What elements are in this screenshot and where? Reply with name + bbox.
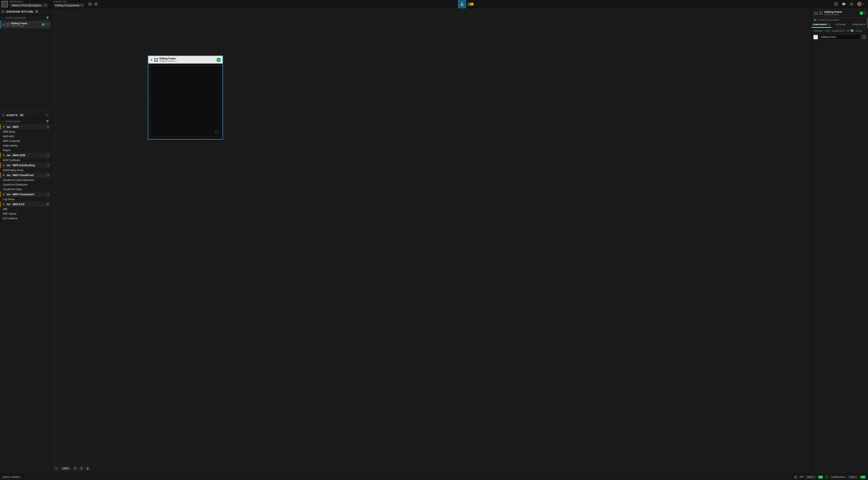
chevron-down-icon[interactable] — [150, 59, 153, 61]
check-icon: ✓ — [215, 130, 219, 134]
kebab-menu-icon[interactable] — [865, 11, 865, 15]
lab-tab[interactable]: 1 — [466, 0, 474, 8]
frame-icon — [819, 11, 823, 15]
right-panel: Editing Frame Generic Frame + 3 minutes … — [811, 8, 868, 474]
svg-point-11 — [463, 5, 463, 6]
outline-item-editing-frame[interactable]: Editing Frame Generic Frame ✓ — [0, 21, 51, 28]
asset-category[interactable]: awsAWS AutoScaling1 — [0, 162, 51, 168]
asset-item[interactable]: CloudFront Origin — [0, 187, 51, 191]
frame-title: Editing Frame — [159, 57, 216, 60]
status-bar: System Initiative Diff Total: 1 +1 ✓ Qua… — [0, 474, 868, 480]
asset-item[interactable]: Region — [0, 148, 51, 153]
frame-icon — [154, 58, 158, 62]
outline-header: DIAGRAM OUTLINE 1 — [0, 8, 51, 15]
asset-item[interactable]: AutoScaling Group — [0, 168, 51, 173]
color-swatch[interactable] — [813, 35, 818, 39]
add-button[interactable]: + — [217, 58, 221, 62]
download-button[interactable] — [85, 466, 90, 471]
asset-item[interactable]: EC2 Instance — [0, 216, 51, 221]
gear-icon[interactable] — [849, 2, 854, 6]
user-menu[interactable] — [857, 2, 865, 6]
tab-actions[interactable]: ACTIONS — [831, 22, 849, 28]
filter-icon[interactable] — [46, 16, 49, 20]
category-count: 1 — [47, 193, 49, 196]
filter-icon[interactable] — [46, 120, 49, 123]
details-header: Editing Frame Generic Frame + — [812, 9, 868, 18]
asset-item[interactable]: EBS Volume — [0, 211, 51, 216]
chevron-down-icon — [2, 154, 5, 156]
qualifications-label[interactable]: Qualifications — [831, 476, 845, 478]
asset-item[interactable]: ACM Certificate — [0, 158, 51, 162]
frame-icon — [6, 23, 10, 26]
assets-header: ASSETS 82 ? — [0, 112, 51, 119]
asset-item[interactable]: CloudFront Cache Behaviour — [0, 178, 51, 182]
canvas[interactable]: Editing Frame Generic Frame: 0 + ✓ − 100… — [51, 8, 811, 474]
diff-label[interactable]: Diff — [800, 476, 803, 478]
subtab-debug[interactable]: Debug — [856, 30, 862, 32]
plus-icon: + — [851, 29, 854, 32]
asset-category[interactable]: awsAWS Cloudwatch1 — [0, 191, 51, 197]
frame-editing-frame[interactable]: Editing Frame Generic Frame: 0 + ✓ — [148, 56, 223, 140]
status-badge — [42, 23, 44, 26]
tab-component[interactable]: COMPONENT ✓ — [811, 22, 831, 28]
component-name-input[interactable] — [819, 34, 860, 39]
discord-icon[interactable] — [842, 2, 846, 6]
component-type-icon — [2, 23, 5, 26]
frame-icon[interactable] — [862, 35, 866, 39]
chevron-down-icon — [44, 4, 46, 6]
details-title: Editing Frame — [825, 10, 858, 13]
asset-category[interactable]: awsAWS5 — [0, 124, 51, 129]
app-logo[interactable] — [1, 1, 8, 7]
changeset-dropdown[interactable]: Editing Components — [53, 3, 85, 8]
outline-search-input[interactable] — [4, 16, 45, 20]
workspace-dropdown[interactable]: Adam's Prod Workspace — [10, 3, 49, 8]
assets-search-input[interactable] — [4, 119, 45, 123]
merge-button[interactable] — [88, 2, 93, 6]
tab-resource[interactable]: RESOURCE — [850, 22, 868, 28]
asset-category[interactable]: awsAWS ACM1 — [0, 153, 51, 158]
aws-badge: aws — [6, 174, 11, 176]
chevron-down-icon — [863, 3, 865, 5]
chevron-down-icon — [2, 174, 5, 176]
svg-point-42 — [865, 13, 865, 13]
help-button[interactable]: ? — [79, 466, 84, 471]
asset-item[interactable]: ARN String — [0, 129, 51, 134]
svg-point-10 — [461, 5, 462, 6]
subtab-diff[interactable]: Diff + — [847, 29, 854, 32]
zoom-out-button[interactable]: − — [54, 466, 59, 471]
asset-item[interactable]: Log Group — [0, 197, 51, 202]
category-name: AWS CloudFront — [12, 174, 33, 177]
outline-item-subtitle: Generic Frame — [11, 25, 40, 27]
subtab-qualifications[interactable]: Qualifications — [832, 30, 845, 32]
svg-point-21 — [2, 10, 2, 11]
diff-icon[interactable] — [794, 476, 797, 478]
asset-item[interactable]: CloudFront Distribution — [0, 182, 51, 187]
subtab-attributes[interactable]: Attributes — [813, 30, 823, 32]
svg-point-43 — [865, 14, 865, 15]
breadcrumb-separator: › — [52, 4, 52, 7]
asset-item[interactable]: AWS ARN — [0, 134, 51, 139]
help-icon[interactable]: ? — [46, 114, 49, 117]
hexagon-icon — [2, 114, 5, 117]
zoom-in-button[interactable]: + — [73, 466, 78, 471]
asset-item[interactable]: AMI — [0, 207, 51, 211]
category-name: AWS — [12, 125, 19, 128]
asset-category[interactable]: awsAWS EC218 — [0, 202, 51, 207]
asset-item[interactable]: Caller Identity — [0, 143, 51, 148]
frame-subtitle: Generic Frame: 0 — [159, 60, 216, 62]
subtab-code[interactable]: Code — [825, 30, 830, 32]
zoom-level[interactable]: 100% — [60, 467, 71, 471]
delete-button[interactable] — [94, 2, 98, 6]
asset-category[interactable]: awsAWS CloudFront3 — [0, 173, 51, 178]
qual-total: Total: 1 — [848, 475, 858, 479]
help-icon[interactable] — [834, 2, 838, 6]
diagram-tab[interactable] — [458, 0, 466, 8]
chevron-down-icon — [2, 126, 5, 128]
asset-item[interactable]: AWS Credential — [0, 139, 51, 143]
frame-drop-zone[interactable]: ✓ — [150, 65, 221, 137]
scrollbar[interactable] — [867, 18, 868, 28]
add-button[interactable]: + — [860, 11, 863, 15]
frame-header[interactable]: Editing Frame Generic Frame: 0 + — [148, 56, 222, 64]
category-name: AWS Cloudwatch — [12, 193, 34, 196]
aws-badge: aws — [6, 164, 11, 167]
